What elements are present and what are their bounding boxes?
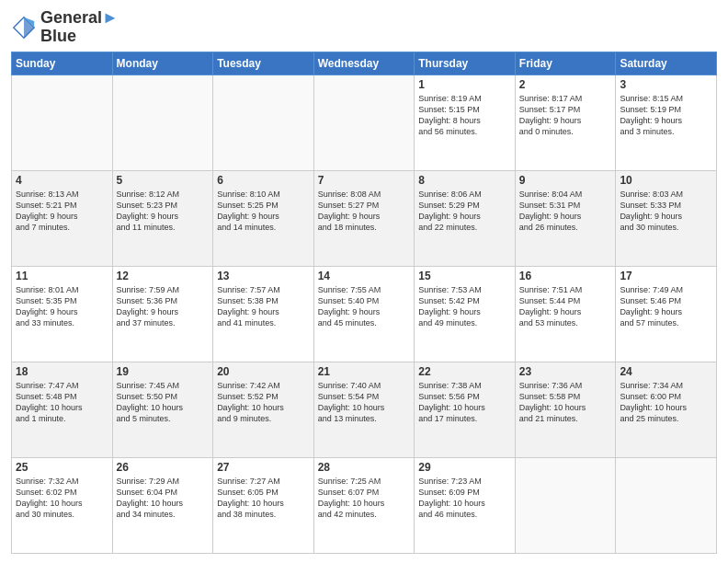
calendar-cell: 18Sunrise: 7:47 AMSunset: 5:48 PMDayligh… [12,362,113,457]
day-info: Sunrise: 7:34 AMSunset: 6:00 PMDaylight:… [620,380,712,425]
day-number: 24 [620,365,712,378]
calendar-cell: 11Sunrise: 8:01 AMSunset: 5:35 PMDayligh… [12,266,113,362]
day-info: Sunrise: 7:38 AMSunset: 5:56 PMDaylight:… [418,380,511,425]
calendar-cell: 21Sunrise: 7:40 AMSunset: 5:54 PMDayligh… [313,362,415,457]
calendar-cell: 7Sunrise: 8:08 AMSunset: 5:27 PMDaylight… [313,170,415,266]
day-info: Sunrise: 7:53 AMSunset: 5:42 PMDaylight:… [418,284,511,329]
calendar-cell [12,75,113,170]
day-info: Sunrise: 8:12 AMSunset: 5:23 PMDaylight:… [117,189,210,234]
day-number: 8 [418,174,511,187]
day-info: Sunrise: 7:45 AMSunset: 5:50 PMDaylight:… [117,380,210,425]
weekday-header: Sunday [12,52,113,75]
calendar-week-row: 11Sunrise: 8:01 AMSunset: 5:35 PMDayligh… [12,266,717,362]
day-number: 5 [117,174,210,187]
calendar-table: SundayMondayTuesdayWednesdayThursdayFrid… [11,52,717,554]
weekday-header: Tuesday [213,52,314,75]
day-info: Sunrise: 8:03 AMSunset: 5:33 PMDaylight:… [620,189,712,234]
weekday-header: Wednesday [313,52,415,75]
day-info: Sunrise: 8:08 AMSunset: 5:27 PMDaylight:… [318,189,411,234]
day-info: Sunrise: 8:19 AMSunset: 5:15 PMDaylight:… [418,93,511,138]
day-number: 20 [217,365,310,378]
calendar-cell: 15Sunrise: 7:53 AMSunset: 5:42 PMDayligh… [415,266,516,362]
day-info: Sunrise: 7:55 AMSunset: 5:40 PMDaylight:… [318,284,411,329]
day-number: 6 [217,174,310,187]
calendar-cell: 22Sunrise: 7:38 AMSunset: 5:56 PMDayligh… [415,362,516,457]
day-info: Sunrise: 7:36 AMSunset: 5:58 PMDaylight:… [519,380,612,425]
day-number: 17 [620,270,712,282]
day-number: 18 [16,365,108,378]
calendar-cell: 28Sunrise: 7:25 AMSunset: 6:07 PMDayligh… [313,457,415,553]
calendar-cell: 6Sunrise: 8:10 AMSunset: 5:25 PMDaylight… [213,170,314,266]
logo-text: General► Blue [40,9,119,46]
day-number: 10 [620,174,712,187]
weekday-header: Monday [112,52,213,75]
calendar-cell [213,75,314,170]
calendar-cell: 13Sunrise: 7:57 AMSunset: 5:38 PMDayligh… [213,266,314,362]
day-number: 7 [318,174,411,187]
calendar-cell: 16Sunrise: 7:51 AMSunset: 5:44 PMDayligh… [515,266,616,362]
day-number: 15 [418,270,511,282]
day-number: 23 [519,365,612,378]
day-number: 12 [117,270,210,282]
calendar-cell: 1Sunrise: 8:19 AMSunset: 5:15 PMDaylight… [415,75,516,170]
day-info: Sunrise: 8:01 AMSunset: 5:35 PMDaylight:… [16,284,108,329]
calendar-cell: 25Sunrise: 7:32 AMSunset: 6:02 PMDayligh… [12,457,113,553]
day-number: 16 [519,270,612,282]
day-number: 11 [16,270,108,282]
calendar-cell: 26Sunrise: 7:29 AMSunset: 6:04 PMDayligh… [112,457,213,553]
calendar-cell: 24Sunrise: 7:34 AMSunset: 6:00 PMDayligh… [616,362,717,457]
calendar-cell: 27Sunrise: 7:27 AMSunset: 6:05 PMDayligh… [213,457,314,553]
calendar-cell: 10Sunrise: 8:03 AMSunset: 5:33 PMDayligh… [616,170,717,266]
calendar-week-row: 25Sunrise: 7:32 AMSunset: 6:02 PMDayligh… [12,457,717,553]
day-number: 14 [318,270,411,282]
day-number: 26 [117,461,210,474]
day-number: 13 [217,270,310,282]
day-number: 28 [318,461,411,474]
calendar-cell: 3Sunrise: 8:15 AMSunset: 5:19 PMDaylight… [616,75,717,170]
calendar-week-row: 1Sunrise: 8:19 AMSunset: 5:15 PMDaylight… [12,75,717,170]
weekday-header: Friday [515,52,616,75]
day-info: Sunrise: 8:06 AMSunset: 5:29 PMDaylight:… [418,189,511,234]
logo: General► Blue [11,9,119,46]
calendar-cell: 17Sunrise: 7:49 AMSunset: 5:46 PMDayligh… [616,266,717,362]
calendar-cell: 23Sunrise: 7:36 AMSunset: 5:58 PMDayligh… [515,362,616,457]
day-number: 19 [117,365,210,378]
day-number: 29 [418,461,511,474]
day-number: 2 [519,78,612,91]
day-number: 3 [620,78,712,91]
calendar-cell [112,75,213,170]
calendar-cell: 2Sunrise: 8:17 AMSunset: 5:17 PMDaylight… [515,75,616,170]
calendar-cell: 4Sunrise: 8:13 AMSunset: 5:21 PMDaylight… [12,170,113,266]
day-info: Sunrise: 7:27 AMSunset: 6:05 PMDaylight:… [217,476,310,521]
calendar-cell: 14Sunrise: 7:55 AMSunset: 5:40 PMDayligh… [313,266,415,362]
day-info: Sunrise: 8:17 AMSunset: 5:17 PMDaylight:… [519,93,612,138]
calendar-cell [616,457,717,553]
day-number: 1 [418,78,511,91]
day-number: 22 [418,365,511,378]
calendar-cell: 8Sunrise: 8:06 AMSunset: 5:29 PMDaylight… [415,170,516,266]
day-info: Sunrise: 8:04 AMSunset: 5:31 PMDaylight:… [519,189,612,234]
day-info: Sunrise: 7:29 AMSunset: 6:04 PMDaylight:… [117,476,210,521]
calendar-cell: 19Sunrise: 7:45 AMSunset: 5:50 PMDayligh… [112,362,213,457]
logo-icon [11,15,37,40]
day-number: 4 [16,174,108,187]
day-number: 9 [519,174,612,187]
weekday-header: Saturday [616,52,717,75]
calendar-header-row: SundayMondayTuesdayWednesdayThursdayFrid… [12,52,717,75]
calendar-week-row: 18Sunrise: 7:47 AMSunset: 5:48 PMDayligh… [12,362,717,457]
day-number: 27 [217,461,310,474]
day-info: Sunrise: 7:32 AMSunset: 6:02 PMDaylight:… [16,476,108,521]
day-info: Sunrise: 7:51 AMSunset: 5:44 PMDaylight:… [519,284,612,329]
calendar-cell: 5Sunrise: 8:12 AMSunset: 5:23 PMDaylight… [112,170,213,266]
day-info: Sunrise: 8:10 AMSunset: 5:25 PMDaylight:… [217,189,310,234]
day-info: Sunrise: 7:57 AMSunset: 5:38 PMDaylight:… [217,284,310,329]
day-info: Sunrise: 7:23 AMSunset: 6:09 PMDaylight:… [418,476,511,521]
calendar-cell: 9Sunrise: 8:04 AMSunset: 5:31 PMDaylight… [515,170,616,266]
day-info: Sunrise: 7:47 AMSunset: 5:48 PMDaylight:… [16,380,108,425]
calendar-cell [515,457,616,553]
day-info: Sunrise: 7:59 AMSunset: 5:36 PMDaylight:… [117,284,210,329]
weekday-header: Thursday [415,52,516,75]
day-info: Sunrise: 7:25 AMSunset: 6:07 PMDaylight:… [318,476,411,521]
calendar-cell: 20Sunrise: 7:42 AMSunset: 5:52 PMDayligh… [213,362,314,457]
day-info: Sunrise: 7:40 AMSunset: 5:54 PMDaylight:… [318,380,411,425]
